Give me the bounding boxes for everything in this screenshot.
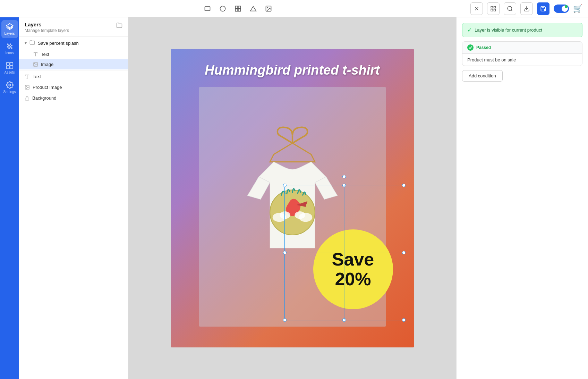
svg-rect-0 <box>205 7 210 11</box>
layers-folder-icon[interactable] <box>116 22 122 30</box>
svg-point-40 <box>280 211 290 219</box>
svg-rect-29 <box>6 66 9 69</box>
grid-button[interactable] <box>487 2 500 15</box>
svg-point-25 <box>8 47 10 49</box>
selection-handle-mr[interactable] <box>402 251 406 254</box>
layers-title: Layers <box>25 22 69 27</box>
svg-rect-30 <box>10 66 12 69</box>
svg-line-16 <box>511 10 512 11</box>
svg-rect-5 <box>238 9 241 11</box>
text-icon <box>33 52 38 57</box>
layer-item-text-1[interactable]: Text <box>19 49 128 59</box>
svg-point-1 <box>220 6 225 11</box>
toolbar-right: 🛒 <box>470 2 582 15</box>
visibility-badge: ✓ Layer is visible for current product <box>462 23 582 37</box>
condition-card: Passed Product must be on sale <box>462 41 582 66</box>
svg-point-22 <box>9 46 11 48</box>
circle-tool-button[interactable] <box>217 3 228 14</box>
selection-handle-br[interactable] <box>402 318 406 322</box>
condition-rule: Product must be on sale <box>467 57 516 62</box>
svg-point-23 <box>8 45 10 47</box>
save-badge: Save 20% <box>313 229 393 309</box>
cart-icon[interactable]: 🛒 <box>573 4 582 13</box>
save-button[interactable] <box>537 2 549 15</box>
visibility-label: Layer is visible for current product <box>475 27 542 33</box>
svg-point-35 <box>26 86 27 87</box>
sidebar-item-layers[interactable]: Layers <box>1 20 18 38</box>
svg-point-8 <box>267 7 268 8</box>
svg-point-19 <box>7 43 9 45</box>
right-panel: ✓ Layer is visible for current product P… <box>456 17 588 379</box>
svg-point-20 <box>9 43 11 45</box>
svg-rect-36 <box>25 98 29 100</box>
visibility-toggle[interactable] <box>554 5 569 13</box>
triangle-tool-button[interactable] <box>248 3 259 14</box>
svg-point-24 <box>11 45 12 47</box>
sidebar-item-settings[interactable]: Settings <box>1 78 18 96</box>
svg-rect-4 <box>236 9 238 11</box>
svg-point-42 <box>295 211 305 219</box>
layer-item-name: Text <box>33 74 122 79</box>
top-toolbar: 🛒 <box>0 0 588 17</box>
canvas-product-title: Hummingbird printed t-shirt <box>171 63 414 78</box>
search-button[interactable] <box>504 2 516 15</box>
layer-group-header[interactable]: ▾ Save percent splash <box>19 37 128 49</box>
layer-item-image-1[interactable]: Image <box>19 59 128 69</box>
layer-group-name: Save percent splash <box>38 41 122 46</box>
layers-subtitle: Manage template layers <box>25 28 69 33</box>
icon-sidebar: Layers Icons Assets <box>0 17 19 379</box>
layer-item-name: Background <box>32 95 122 101</box>
close-button[interactable] <box>470 2 483 15</box>
svg-rect-2 <box>236 6 238 8</box>
svg-point-26 <box>11 47 12 49</box>
condition-card-body: Product must be on sale <box>462 54 582 66</box>
layer-item-name: Text <box>41 52 122 57</box>
svg-rect-12 <box>494 6 496 8</box>
layer-item-background[interactable]: Background <box>19 93 128 103</box>
condition-card-header: Passed <box>462 42 582 54</box>
check-icon: ✓ <box>467 27 472 33</box>
layers-header: Layers Manage template layers <box>19 17 128 37</box>
image-icon <box>33 62 38 67</box>
svg-rect-28 <box>10 62 12 65</box>
transform-tool-button[interactable] <box>232 3 244 14</box>
lock-icon <box>25 96 29 101</box>
layer-divider <box>19 70 128 70</box>
svg-rect-14 <box>494 9 496 11</box>
rectangle-tool-button[interactable] <box>202 3 213 14</box>
layer-item-text-2[interactable]: Text <box>19 71 128 82</box>
toolbar-center <box>202 3 274 14</box>
layer-item-name: Image <box>41 62 122 67</box>
svg-rect-27 <box>6 62 9 65</box>
sidebar-item-assets[interactable]: Assets <box>1 59 18 77</box>
layer-group-save-percent-splash: ▾ Save percent splash Text <box>19 37 128 69</box>
svg-point-31 <box>9 84 11 86</box>
svg-rect-3 <box>238 6 241 8</box>
template-canvas: Hummingbird printed t-shirt <box>171 49 414 347</box>
image-icon <box>25 85 30 90</box>
image-tool-button[interactable] <box>263 3 274 14</box>
add-condition-button[interactable]: Add condition <box>462 70 503 82</box>
svg-point-21 <box>7 46 9 48</box>
layers-panel: Layers Manage template layers ▾ Save per… <box>19 17 128 379</box>
download-button[interactable] <box>520 2 533 15</box>
layer-item-name: Product Image <box>33 85 122 90</box>
svg-rect-13 <box>491 9 493 11</box>
sidebar-item-icons[interactable]: Icons <box>1 40 18 58</box>
text-icon <box>25 74 30 79</box>
main-layout: Layers Icons Assets <box>0 17 588 379</box>
svg-marker-6 <box>250 6 256 11</box>
selection-handle-tr[interactable] <box>402 184 406 187</box>
chevron-down-icon: ▾ <box>25 41 27 45</box>
svg-point-33 <box>34 63 35 64</box>
condition-passed-dot <box>467 44 474 51</box>
folder-icon <box>29 40 35 47</box>
canvas-area: Hummingbird printed t-shirt <box>128 17 456 379</box>
save-badge-text: Save 20% <box>332 250 374 289</box>
condition-status: Passed <box>476 45 491 50</box>
svg-point-15 <box>508 6 512 10</box>
layer-item-product-image[interactable]: Product Image <box>19 82 128 93</box>
svg-rect-11 <box>491 6 493 8</box>
